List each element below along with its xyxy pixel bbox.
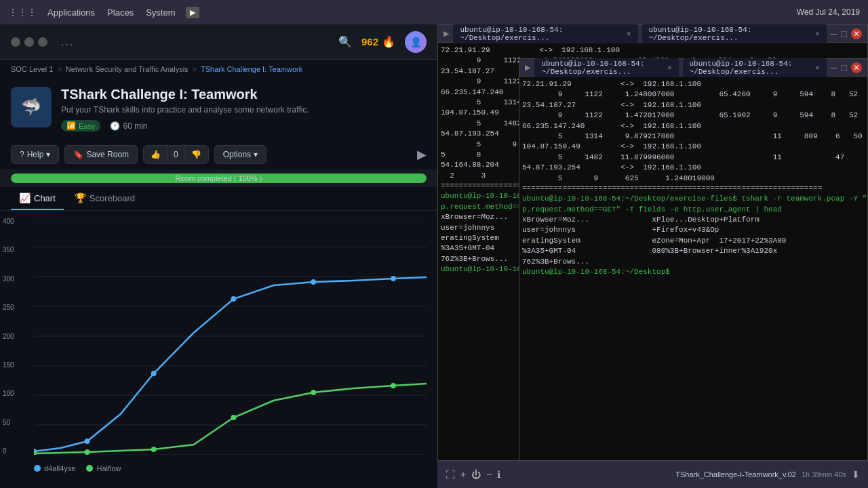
breadcrumb: SOC Level 1 > Network Security and Traff… (0, 60, 437, 79)
terminal-minimize[interactable]: ─ (831, 28, 837, 39)
y-axis-labels: 400 350 300 250 200 150 100 50 0 (3, 218, 14, 455)
grid-icon: ⋮⋮⋮ (8, 7, 37, 18)
terminal-2-close[interactable]: ✕ (851, 62, 862, 73)
svg-point-16 (85, 449, 90, 455)
upvote-button[interactable]: 👍 (144, 146, 167, 163)
tab-chart[interactable]: 📈 Chart (11, 187, 64, 210)
progress-bar-outer: Room completed ( 100% ) (11, 174, 427, 183)
terminal-tab-2-label: ubuntu@ip-10-10-168-54: ~/Desktop/exerci… (649, 26, 812, 42)
taskbar-power-icon[interactable]: ⏻ (471, 469, 481, 480)
terminal-window-2-controls: ─ □ ✕ (831, 62, 862, 73)
places-menu[interactable]: Places (107, 7, 134, 18)
chevron-down-icon: ▾ (46, 150, 50, 159)
bookmark-icon: 🔖 (73, 150, 83, 159)
help-button[interactable]: ? Help ▾ (11, 145, 59, 164)
terminal-2-minimize[interactable]: ─ (831, 62, 837, 73)
taskbar-fullscreen-icon[interactable]: ⛶ (446, 469, 455, 480)
topbar-left: ... (11, 36, 74, 48)
terminal-2-maximize[interactable]: □ (842, 62, 847, 73)
terminal-tab-3-close[interactable]: ✕ (667, 63, 672, 72)
taskbar-add-icon[interactable]: + (460, 469, 466, 480)
svg-point-17 (151, 447, 157, 452)
play-button[interactable]: ▶ (417, 147, 427, 162)
terminal-window-controls: ─ □ ✕ (831, 28, 862, 39)
terminal-tab-3[interactable]: ubuntu@ip-10-10-168-54: ~/Desktop/exerci… (534, 58, 678, 77)
terminal-tab-2[interactable]: ubuntu@ip-10-10-168-54: ~/Desktop/exerci… (642, 24, 827, 43)
menubar-right: Wed Jul 24, 2019 (797, 7, 860, 17)
terminal-tab-1-close[interactable]: ✕ (627, 29, 631, 38)
avatar[interactable]: 👤 (405, 31, 427, 53)
menubar-left: ⋮⋮⋮ Applications Places System ▶ (8, 7, 199, 18)
t2-line-2: 9 1122 1.248007000 65.4260 9 594 8 52 (522, 89, 865, 100)
taskbar-minus-icon[interactable]: − (486, 469, 492, 480)
taskbar-right: TShark_Challenge-I-Teamwork_v.02 1h 39mi… (675, 469, 860, 480)
taskbar-download-icon[interactable]: ⬇ (852, 469, 860, 480)
taskbar-info-icon[interactable]: ℹ (497, 469, 500, 480)
chart-legend: d4all4yse Halflow (34, 464, 121, 472)
applications-menu[interactable]: Applications (47, 7, 95, 18)
svg-point-10 (85, 439, 90, 444)
terminal-line-1: 72.21.91.29 <-> 192.168.1.100 (441, 45, 865, 56)
room-header: 🦈 TShark Challenge I: Teamwork Put your … (0, 79, 437, 140)
terminal-body-2: 72.21.91.29 <-> 192.168.1.100 9 1122 1.2… (519, 77, 867, 460)
breadcrumb-sep2: > (193, 65, 197, 73)
terminal-titlebar-1: ▶ ubuntu@ip-10-10-168-54: ~/Desktop/exer… (438, 25, 867, 43)
chevron-down-icon2: ▾ (254, 150, 258, 159)
tabs-bar: 📈 Chart 🏆 Scoreboard (0, 187, 437, 211)
minimize-button[interactable] (24, 37, 34, 47)
breadcrumb-part1[interactable]: SOC Level 1 (11, 65, 53, 73)
system-menu[interactable]: System (146, 7, 175, 18)
svg-point-20 (391, 383, 396, 388)
save-room-button[interactable]: 🔖 Save Room (64, 145, 138, 164)
clock-icon: 🕐 (110, 121, 120, 131)
terminal-close[interactable]: ✕ (851, 28, 862, 39)
t2-line-8: 5 1482 11.879996000 11 47 56 (522, 152, 865, 163)
terminal-tab-2-close[interactable]: ✕ (815, 29, 820, 38)
left-panel: ... 🔍 962 🔥 👤 SOC Level 1 > Network Secu… (0, 24, 437, 488)
terminal-maximize[interactable]: □ (842, 28, 847, 39)
terminal-tab-4-close[interactable]: ✕ (815, 63, 820, 72)
taskbar-duration: 1h 39min 40s (802, 470, 846, 479)
search-icon[interactable]: 🔍 (338, 35, 352, 48)
downvote-button[interactable]: 👎 (184, 146, 208, 163)
scoreboard-tab-label: Scoreboard (90, 193, 135, 203)
room-info: TShark Challenge I: Teamwork Put your TS… (61, 87, 309, 131)
terminal-window-2: ▶ ubuntu@ip-10-10-168-54: ~/Desktop/exer… (519, 58, 868, 461)
room-meta: 📶 Easy 🕐 60 min (61, 120, 309, 131)
options-button[interactable]: Options ▾ (214, 145, 267, 164)
progress-container: Room completed ( 100% ) (0, 169, 437, 187)
action-bar: ? Help ▾ 🔖 Save Room 👍 0 👎 Options ▾ ▶ (0, 140, 437, 169)
terminal-icon-2: ▶ (525, 62, 530, 73)
help-icon: ? (20, 150, 24, 159)
legend-item-1: d4all4yse (34, 464, 75, 472)
t2-line-15: user=johnnys +Firefox+v43&Op (522, 225, 865, 235)
room-thumb-icon: 🦈 (21, 98, 41, 117)
close-button[interactable] (11, 37, 20, 47)
t2-line-6: 5 1314 9.879217000 11 809 6 50 (522, 131, 865, 142)
legend-label-1: d4all4yse (44, 464, 75, 472)
chart-area: 400 350 300 250 200 150 100 50 0 (0, 211, 437, 475)
terminal-launch-icon[interactable]: ▶ (186, 7, 199, 18)
taskbar-left: ⛶ + ⏻ − ℹ (446, 469, 500, 480)
t2-line-11: ========================================… (522, 184, 865, 194)
dots-menu[interactable]: ... (61, 36, 74, 48)
t2-line-10: 5 9 625 1.248019000 (522, 174, 865, 184)
taskbar-filename: TShark_Challenge-I-Teamwork_v.02 (675, 470, 796, 479)
window-controls (11, 37, 47, 47)
svg-point-19 (311, 390, 316, 395)
t2-line-3: 23.54.187.27 <-> 192.168.1.100 (522, 100, 865, 110)
terminal-tab-4[interactable]: ubuntu@ip-10-10-168-54: ~/Desktop/exerci… (683, 58, 827, 77)
tab-scoreboard[interactable]: 🏆 Scoreboard (66, 187, 143, 210)
terminal-tab-1[interactable]: ubuntu@ip-10-10-168-54: ~/Desktop/exerci… (453, 24, 637, 43)
t2-line-16: eratingSystem eZone=Mon+Apr 17+2017+22%3… (522, 236, 865, 246)
maximize-button[interactable] (38, 37, 47, 47)
flame-icon: 🔥 (382, 35, 395, 48)
time-badge: 🕐 60 min (110, 121, 147, 131)
difficulty-badge: 📶 Easy (61, 120, 100, 131)
breadcrumb-part2[interactable]: Network Security and Traffic Analysis (66, 65, 189, 73)
topbar-right: 🔍 962 🔥 👤 (338, 31, 427, 53)
legend-label-2: Halflow (96, 464, 121, 472)
vote-count: 0 (167, 146, 184, 163)
t2-line-19: ubuntu@lp-10-10-168-54:~/Desktop$ (522, 267, 865, 277)
room-title: TShark Challenge I: Teamwork (61, 87, 309, 102)
